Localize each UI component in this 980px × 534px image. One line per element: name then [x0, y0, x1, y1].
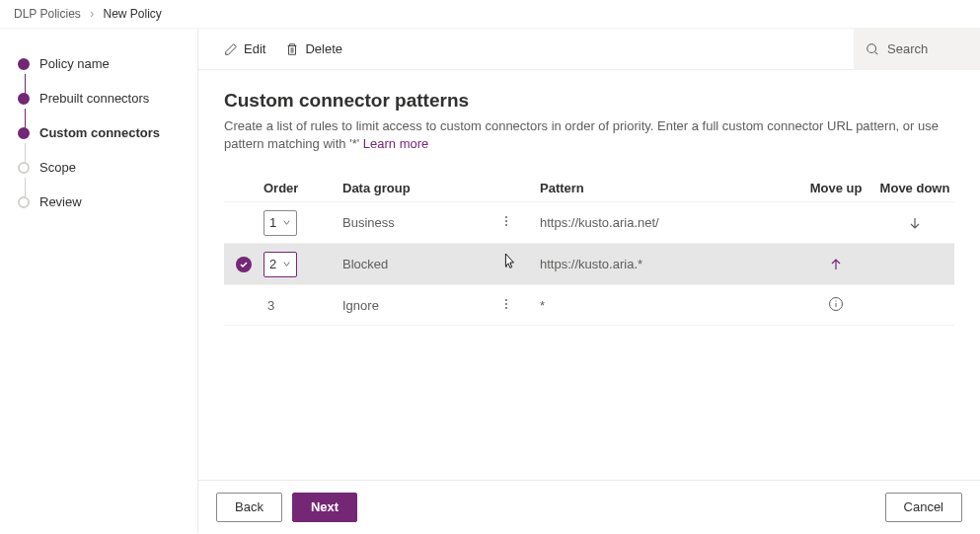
table-row[interactable]: 2Blockedhttps://kusto.aria.* [224, 243, 954, 284]
row-more-button[interactable] [500, 298, 512, 310]
step-label: Review [39, 194, 82, 209]
breadcrumb: DLP Policies › New Policy [0, 0, 980, 29]
order-value: 2 [269, 257, 276, 271]
step-indicator-icon [18, 162, 30, 174]
table-body: 1Businesshttps://kusto.aria.net/2Blocked… [224, 201, 954, 326]
row-select-indicator[interactable] [236, 215, 252, 231]
move-down-button[interactable] [903, 211, 927, 235]
step-indicator-icon [18, 127, 30, 139]
data-group-cell: Blocked [342, 257, 500, 271]
page-description: Create a list of rules to limit access t… [224, 117, 954, 153]
pattern-cell: https://kusto.aria.net/ [540, 215, 796, 230]
svg-point-9 [505, 307, 507, 309]
wizard-step-prebuilt-connectors[interactable]: Prebuilt connectors [0, 81, 197, 115]
wizard-step-custom-connectors[interactable]: Custom connectors [0, 115, 197, 150]
step-label: Prebuilt connectors [39, 91, 149, 106]
search-box[interactable]: Search [854, 29, 980, 70]
delete-button[interactable]: Delete [275, 36, 352, 62]
order-select[interactable]: 2 [264, 252, 297, 277]
table-header: Order Data group Pattern Move up Move do… [224, 175, 954, 201]
wizard-step-scope[interactable]: Scope [0, 150, 197, 185]
col-pattern[interactable]: Pattern [540, 181, 796, 195]
search-placeholder: Search [887, 41, 928, 56]
wizard-step-review[interactable]: Review [0, 185, 197, 219]
step-label: Custom connectors [39, 125, 160, 140]
order-value: 1 [269, 215, 276, 230]
table-row[interactable]: 1Businesshttps://kusto.aria.net/ [224, 201, 954, 243]
data-group-cell: Ignore [342, 298, 500, 313]
search-icon [866, 42, 879, 56]
breadcrumb-parent[interactable]: DLP Policies [14, 7, 81, 21]
row-more-button[interactable] [500, 215, 512, 227]
edit-button[interactable]: Edit [214, 36, 275, 62]
step-label: Policy name [39, 56, 110, 71]
info-icon[interactable] [828, 296, 844, 312]
row-select-indicator[interactable] [236, 257, 252, 272]
check-icon [239, 260, 249, 269]
svg-point-4 [505, 258, 507, 260]
toolbar: Edit Delete Search [198, 29, 980, 70]
row-more-button[interactable] [500, 257, 512, 268]
move-up-button[interactable] [824, 253, 848, 276]
step-indicator-icon [18, 58, 30, 70]
svg-point-7 [505, 299, 507, 301]
order-select[interactable]: 1 [264, 210, 297, 236]
col-order[interactable]: Order [264, 181, 342, 195]
col-move-down[interactable]: Move down [875, 181, 954, 195]
wizard-step-policy-name[interactable]: Policy name [0, 46, 197, 81]
chevron-down-icon [282, 260, 291, 268]
page-title: Custom connector patterns [224, 90, 954, 112]
svg-point-5 [505, 262, 507, 264]
next-button[interactable]: Next [292, 493, 357, 522]
row-select-indicator[interactable] [236, 297, 252, 313]
back-button[interactable]: Back [216, 493, 282, 522]
order-value: 3 [264, 298, 274, 313]
breadcrumb-separator: › [90, 7, 94, 21]
step-label: Scope [39, 160, 76, 175]
pencil-icon [224, 42, 238, 56]
learn-more-link[interactable]: Learn more [363, 136, 428, 151]
breadcrumb-current: New Policy [104, 7, 162, 21]
wizard-footer: Back Next Cancel [198, 480, 980, 533]
data-group-cell: Business [342, 215, 500, 230]
table-row[interactable]: 3Ignore* [224, 284, 954, 326]
svg-point-3 [505, 224, 507, 226]
step-indicator-icon [18, 196, 30, 208]
arrow-down-icon [908, 216, 922, 230]
pattern-cell: https://kusto.aria.* [540, 257, 796, 271]
col-move-up[interactable]: Move up [796, 181, 875, 195]
edit-label: Edit [244, 41, 265, 56]
more-vertical-icon [500, 298, 512, 310]
svg-point-2 [505, 220, 507, 222]
more-vertical-icon [500, 215, 512, 227]
more-vertical-icon [500, 257, 512, 268]
chevron-down-icon [282, 218, 291, 227]
svg-point-8 [505, 303, 507, 305]
svg-point-0 [867, 43, 876, 52]
pattern-cell: * [540, 298, 796, 313]
arrow-up-icon [829, 258, 843, 271]
cancel-button[interactable]: Cancel [885, 493, 962, 522]
svg-point-6 [505, 266, 507, 267]
wizard-steps-sidebar: Policy name Prebuilt connectors Custom c… [0, 29, 197, 533]
delete-label: Delete [305, 41, 342, 56]
svg-point-1 [505, 216, 507, 218]
trash-icon [285, 42, 299, 56]
step-indicator-icon [18, 93, 30, 105]
col-data-group[interactable]: Data group [342, 181, 500, 195]
